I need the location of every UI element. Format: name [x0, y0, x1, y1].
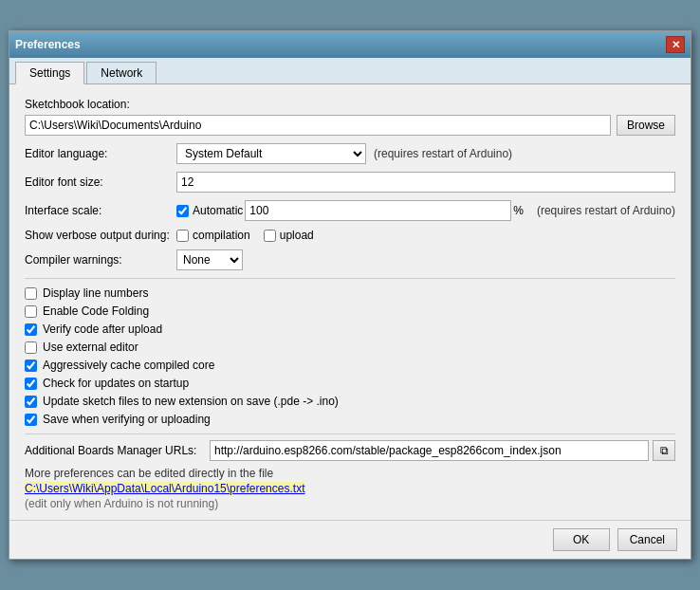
- compilation-checkbox[interactable]: [176, 230, 189, 242]
- auto-scale-checkbox[interactable]: [176, 205, 189, 217]
- save-verify-label: Save when verifying or uploading: [43, 413, 211, 426]
- verbose-row: Show verbose output during: compilation …: [25, 229, 675, 242]
- close-button[interactable]: ✕: [666, 36, 685, 53]
- line-numbers-checkbox[interactable]: [25, 287, 37, 300]
- settings-panel: Sketchbook location: Browse Editor langu…: [9, 84, 691, 520]
- line-numbers-label: Display line numbers: [43, 286, 148, 300]
- prefs-path-link[interactable]: C:\Users\Wiki\AppData\Local\Arduino15\pr…: [25, 482, 304, 495]
- cache-core-checkbox[interactable]: [25, 360, 37, 372]
- verify-upload-checkbox[interactable]: [25, 323, 37, 336]
- upload-checkbox[interactable]: [264, 230, 276, 242]
- prefs-note: More preferences can be edited directly …: [25, 467, 675, 480]
- checkbox-item-check-updates: Check for updates on startup: [25, 377, 675, 390]
- ok-button[interactable]: OK: [553, 528, 610, 551]
- checkbox-list: Display line numbers Enable Code Folding…: [25, 286, 675, 426]
- edit-note: (edit only when Arduino is not running): [25, 497, 675, 510]
- copy-url-button[interactable]: ⧉: [653, 440, 675, 461]
- check-updates-checkbox[interactable]: [25, 378, 37, 390]
- interface-scale-label: Interface scale:: [25, 204, 176, 217]
- sketchbook-path-input[interactable]: [25, 115, 611, 136]
- dialog-title: Preferences: [15, 38, 81, 51]
- cancel-button[interactable]: Cancel: [617, 528, 677, 551]
- compiler-warnings-select[interactable]: None: [176, 249, 243, 270]
- verify-upload-label: Verify code after upload: [43, 323, 162, 336]
- checkbox-item-verify-upload: Verify code after upload: [25, 323, 675, 336]
- auto-scale-label: Automatic: [193, 204, 243, 217]
- update-sketch-label: Update sketch files to new extension on …: [43, 395, 339, 408]
- compiler-warnings-row: Compiler warnings: None: [25, 249, 675, 270]
- compiler-warnings-label: Compiler warnings:: [25, 253, 176, 267]
- browse-button[interactable]: Browse: [617, 115, 675, 136]
- checkbox-item-update-sketch: Update sketch files to new extension on …: [25, 395, 675, 408]
- scale-value-input[interactable]: [245, 200, 511, 221]
- tab-bar: Settings Network: [9, 58, 691, 84]
- check-updates-label: Check for updates on startup: [43, 377, 189, 390]
- code-folding-label: Enable Code Folding: [43, 304, 149, 318]
- code-folding-checkbox[interactable]: [25, 305, 37, 318]
- compilation-label[interactable]: compilation: [176, 229, 250, 242]
- editor-language-label: Editor language:: [25, 147, 176, 160]
- editor-language-select[interactable]: System Default: [176, 143, 366, 164]
- checkbox-item-cache-core: Aggressively cache compiled core: [25, 359, 675, 372]
- checkbox-item-external-editor: Use external editor: [25, 341, 675, 354]
- checkbox-item-save-verify: Save when verifying or uploading: [25, 413, 675, 426]
- interface-scale-row: Interface scale: Automatic % (requires r…: [25, 200, 675, 221]
- update-sketch-checkbox[interactable]: [25, 396, 37, 408]
- save-verify-checkbox[interactable]: [25, 414, 37, 426]
- editor-font-size-row: Editor font size:: [25, 172, 675, 193]
- editor-font-size-label: Editor font size:: [25, 175, 176, 189]
- verbose-label: Show verbose output during:: [25, 229, 176, 242]
- upload-label[interactable]: upload: [264, 229, 314, 242]
- percent-label: %: [513, 204, 524, 217]
- sketchbook-row: Sketchbook location: Browse: [25, 98, 675, 136]
- preferences-dialog: Preferences ✕ Settings Network Sketchboo…: [9, 30, 691, 560]
- divider2: [25, 433, 675, 434]
- checkbox-item-code-folding: Enable Code Folding: [25, 304, 675, 318]
- divider: [25, 278, 675, 279]
- checkbox-item-line-numbers: Display line numbers: [25, 286, 675, 300]
- boards-manager-label: Additional Boards Manager URLs:: [25, 444, 210, 457]
- sketchbook-label: Sketchbook location:: [25, 98, 176, 111]
- editor-language-row: Editor language: System Default (require…: [25, 143, 675, 164]
- tab-network[interactable]: Network: [86, 62, 157, 83]
- boards-manager-row: Additional Boards Manager URLs: ⧉: [25, 440, 675, 461]
- external-editor-checkbox[interactable]: [25, 341, 37, 354]
- title-bar: Preferences ✕: [9, 31, 691, 58]
- cache-core-label: Aggressively cache compiled core: [43, 359, 214, 372]
- dialog-footer: OK Cancel: [9, 520, 691, 559]
- tab-settings[interactable]: Settings: [15, 62, 84, 84]
- editor-font-size-input[interactable]: [176, 172, 675, 193]
- language-restart-note: (requires restart of Arduino): [374, 147, 512, 160]
- boards-url-input[interactable]: [210, 440, 649, 461]
- external-editor-label: Use external editor: [43, 341, 138, 354]
- scale-restart-note: (requires restart of Arduino): [537, 204, 675, 217]
